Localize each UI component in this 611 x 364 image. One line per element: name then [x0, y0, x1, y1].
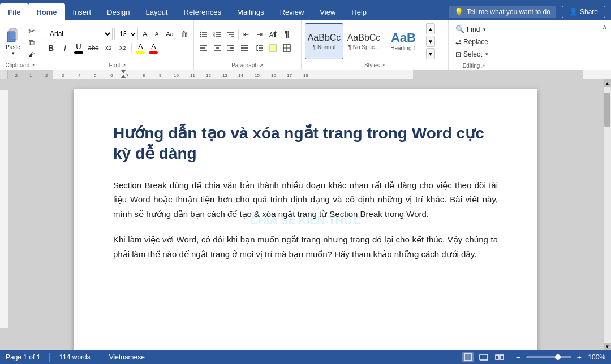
shading-icon	[269, 44, 278, 53]
para-row2	[197, 42, 293, 54]
styles-expand[interactable]: ▼	[426, 48, 435, 59]
align-left-button[interactable]	[197, 42, 210, 54]
font-family-select[interactable]: Arial	[45, 28, 113, 40]
borders-button[interactable]	[281, 42, 293, 54]
scroll-track[interactable]	[604, 87, 611, 343]
font-expand-icon[interactable]: ↗	[122, 63, 126, 68]
style-card-normal[interactable]: AaBbCc ¶ Normal	[305, 23, 343, 59]
line-spacing-button[interactable]	[253, 42, 266, 54]
paste-dropdown-arrow[interactable]: ▾	[12, 50, 15, 56]
share-button[interactable]: 👤 Share	[562, 6, 605, 18]
select-icon: ⊡	[455, 50, 461, 58]
read-mode-button[interactable]	[494, 352, 505, 362]
select-dropdown-icon: ▾	[485, 51, 488, 57]
sort-button[interactable]: AZ	[267, 28, 279, 41]
clear-format-button[interactable]: 🗑	[178, 28, 190, 40]
shading-button[interactable]	[267, 42, 279, 54]
paragraph-group: 123 ⇤ ⇥ AZ ¶	[194, 20, 302, 70]
editing-expand-icon[interactable]: ↗	[481, 63, 485, 69]
styles-expand-icon[interactable]: ↗	[381, 63, 385, 68]
increase-indent-button[interactable]: ⇥	[253, 28, 266, 41]
strikethrough-button[interactable]: abc	[86, 42, 100, 54]
styles-scroll-up[interactable]: ▲	[426, 23, 435, 34]
paste-button[interactable]: Paste ▾	[2, 26, 24, 57]
show-marks-button[interactable]: ¶	[281, 28, 293, 41]
change-case-button[interactable]: Aa	[163, 28, 176, 40]
tab-layout[interactable]: Layout	[138, 3, 176, 20]
font-group: Arial 13.5 A A Aa 🗑 B I	[41, 20, 194, 70]
replace-icon: ⇄	[455, 38, 461, 46]
document-paragraph2[interactable]: Khi làm việc với Word, có đôi khi bạn mu…	[113, 232, 498, 261]
document-paragraph1[interactable]: Section Break dùng để chia văn bản thành…	[113, 178, 498, 222]
tab-file[interactable]: File	[0, 3, 28, 20]
numbered-list-icon: 123	[213, 30, 222, 39]
find-dropdown-icon: ▾	[483, 27, 486, 32]
superscript-button[interactable]: X2	[116, 42, 128, 54]
tab-review[interactable]: Review	[272, 3, 312, 20]
svg-rect-41	[413, 70, 583, 79]
multilevel-list-button[interactable]	[225, 28, 237, 41]
font-color-indicator	[149, 51, 158, 54]
scroll-down-button[interactable]: ▼	[604, 343, 612, 350]
replace-button[interactable]: ⇄ Replace	[452, 37, 492, 47]
zoom-slider[interactable]	[526, 356, 571, 358]
scroll-thumb[interactable]	[604, 93, 610, 127]
text-highlight-button[interactable]: A	[135, 41, 146, 55]
style-card-heading1[interactable]: AaB Heading 1	[384, 23, 423, 59]
align-right-button[interactable]	[225, 42, 237, 54]
editing-group: 🔍 Find ▾ ⇄ Replace ⊡ Select ▾	[449, 20, 500, 70]
tab-insert[interactable]: Insert	[65, 3, 100, 20]
tab-mailings[interactable]: Mailings	[229, 3, 272, 20]
tab-view[interactable]: View	[312, 3, 343, 20]
svg-rect-69	[500, 355, 504, 359]
tab-design[interactable]: Design	[99, 3, 137, 20]
style-card-nospace[interactable]: AaBbCc ¶ No Spac...	[345, 23, 383, 59]
document-area[interactable]: CHIA SẺ KIẾN THỨC Hướng dẫn tạo và xóa n…	[8, 79, 603, 350]
ruler-bg: -2 1 2 3 4 5 6 7 8 9 10 11 12 13 14 15 1	[8, 70, 611, 79]
tell-me-box[interactable]: 💡 Tell me what you want to do	[449, 6, 556, 18]
cut-button[interactable]: ✂	[25, 25, 38, 37]
clipboard-expand-icon[interactable]: ↗	[31, 63, 35, 68]
tab-home[interactable]: Home	[28, 3, 64, 20]
format-painter-button[interactable]: 🖌	[25, 48, 38, 59]
scroll-up-button[interactable]: ▲	[604, 79, 612, 87]
zoom-in-button[interactable]: +	[576, 353, 583, 362]
decrease-indent-button[interactable]: ⇤	[240, 28, 252, 41]
word-count: 114 words	[59, 353, 90, 361]
svg-rect-66	[464, 354, 471, 361]
select-button[interactable]: ⊡ Select ▾	[452, 49, 492, 59]
styles-scroll-buttons: ▲ ▼ ▼	[426, 23, 435, 59]
print-layout-button[interactable]	[462, 352, 474, 362]
svg-text:5: 5	[94, 73, 97, 78]
numbered-list-button[interactable]: 123	[211, 28, 223, 41]
underline-button[interactable]: U	[73, 41, 84, 55]
align-center-button[interactable]	[211, 42, 223, 54]
copy-button[interactable]: ⧉	[25, 37, 38, 48]
justify-button[interactable]	[238, 42, 251, 54]
svg-point-9	[200, 36, 201, 37]
svg-marker-61	[121, 75, 126, 78]
svg-text:16: 16	[271, 73, 276, 78]
font-shrink-button[interactable]: A	[152, 28, 162, 40]
tab-references[interactable]: References	[176, 3, 229, 20]
svg-point-7	[200, 32, 201, 33]
italic-button[interactable]: I	[59, 42, 71, 54]
web-layout-button[interactable]	[478, 352, 489, 362]
svg-rect-68	[496, 355, 499, 359]
document-title[interactable]: Hướng dẫn tạo và xóa ngắt trang trong Wo…	[113, 123, 498, 164]
right-scrollbar[interactable]: ▲ ▼	[603, 79, 611, 350]
bold-button[interactable]: B	[45, 42, 57, 54]
zoom-out-button[interactable]: −	[515, 353, 522, 362]
font-size-select[interactable]: 13.5	[114, 28, 138, 40]
svg-text:-2: -2	[14, 73, 18, 78]
tab-help[interactable]: Help	[343, 3, 375, 20]
font-color-button[interactable]: A	[148, 41, 159, 55]
font-grow-button[interactable]: A	[140, 28, 150, 40]
font-label: Font ↗	[45, 61, 190, 70]
find-button[interactable]: 🔍 Find ▾	[452, 24, 492, 34]
subscript-button[interactable]: X2	[102, 42, 114, 54]
collapse-ribbon-button[interactable]: ∧	[600, 21, 610, 32]
bullets-button[interactable]	[197, 28, 210, 41]
paragraph-expand-icon[interactable]: ↗	[259, 63, 264, 68]
styles-scroll-down[interactable]: ▼	[426, 36, 435, 47]
